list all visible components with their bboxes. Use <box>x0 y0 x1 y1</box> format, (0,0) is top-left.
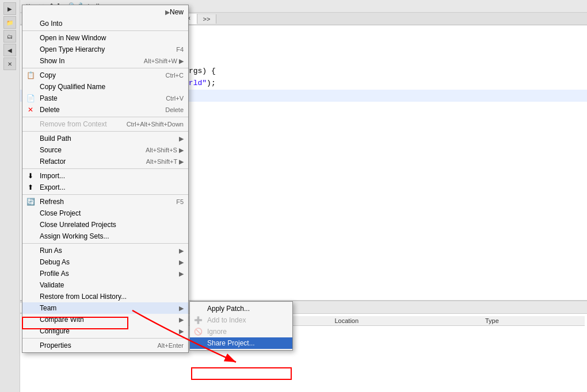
col-location: Location <box>330 316 481 326</box>
separator-6 <box>22 194 188 195</box>
menu-item-delete[interactable]: ✕ Delete Delete <box>22 104 188 116</box>
menu-item-remove-context[interactable]: Remove from Context Ctrl+Alt+Shift+Down <box>22 118 188 130</box>
menu-item-team[interactable]: Team ▶ Apply Patch... ➕ Add to Index 🚫 I… <box>22 302 188 314</box>
sidebar-btn-3[interactable]: 🗂 <box>3 30 16 43</box>
menu-item-go-into[interactable]: Go Into <box>22 18 188 29</box>
menu-item-compare-with[interactable]: Compare With ▶ <box>22 314 188 325</box>
submenu-add-to-index[interactable]: ➕ Add to Index <box>190 314 292 326</box>
menu-item-copy[interactable]: 📋 Copy Ctrl+C <box>22 70 188 81</box>
separator-4 <box>22 131 188 132</box>
menu-item-paste[interactable]: 📄 Paste Ctrl+V <box>22 93 188 104</box>
menu-item-show-in[interactable]: Show In Alt+Shift+W ▶ <box>22 55 188 67</box>
submenu-share-project[interactable]: Share Project... <box>190 337 292 349</box>
menu-item-build-path[interactable]: Build Path ▶ <box>22 133 188 144</box>
separator-5 <box>22 168 188 169</box>
menu-item-open-type-hierarchy[interactable]: Open Type Hierarchy F4 <box>22 44 188 55</box>
menu-item-source[interactable]: Source Alt+Shift+S ▶ <box>22 144 188 156</box>
separator-1 <box>22 30 188 31</box>
sidebar-btn-4[interactable]: ◀ <box>3 44 16 56</box>
separator-8 <box>22 338 188 339</box>
menu-item-configure[interactable]: Configure ▶ <box>22 325 188 337</box>
team-submenu: Apply Patch... ➕ Add to Index 🚫 Ignore S… <box>189 301 293 351</box>
menu-item-refactor[interactable]: Refactor Alt+Shift+T ▶ <box>22 156 188 167</box>
left-sidebar: ▶ 📁 🗂 ◀ ✕ <box>0 0 20 392</box>
sidebar-btn-2[interactable]: 📁 <box>3 16 16 29</box>
menu-item-new[interactable]: ▶ New <box>22 6 188 18</box>
submenu-ignore[interactable]: 🚫 Ignore <box>190 326 292 337</box>
col-type: Type <box>481 316 585 326</box>
menu-item-export[interactable]: ⬆ Export... <box>22 182 188 193</box>
menu-item-properties[interactable]: Properties Alt+Enter <box>22 340 188 351</box>
menu-item-validate[interactable]: Validate <box>22 279 188 291</box>
submenu-apply-patch[interactable]: Apply Patch... <box>190 303 292 314</box>
menu-item-close-unrelated[interactable]: Close Unrelated Projects <box>22 219 188 230</box>
sidebar-btn-5[interactable]: ✕ <box>3 57 16 70</box>
sidebar-btn-1[interactable]: ▶ <box>3 2 16 15</box>
menu-item-debug-as[interactable]: Debug As ▶ <box>22 256 188 268</box>
menu-item-profile-as[interactable]: Profile As ▶ <box>22 268 188 279</box>
separator-3 <box>22 117 188 117</box>
menu-item-run-as[interactable]: Run As ▶ <box>22 245 188 256</box>
menu-item-assign-working-sets[interactable]: Assign Working Sets... <box>22 230 188 242</box>
menu-item-open-new-window[interactable]: Open in New Window <box>22 32 188 44</box>
menu-item-close-project[interactable]: Close Project <box>22 207 188 219</box>
menu-item-copy-qualified[interactable]: Copy Qualified Name <box>22 81 188 93</box>
tab-overflow[interactable]: >> <box>197 14 217 24</box>
menu-item-restore[interactable]: Restore from Local History... <box>22 291 188 302</box>
menu-item-refresh[interactable]: 🔄 Refresh F5 <box>22 196 188 207</box>
menu-item-import[interactable]: ⬇ Import... <box>22 170 188 182</box>
context-menu: ▶ New Go Into Open in New Window Open Ty… <box>22 5 189 353</box>
separator-2 <box>22 68 188 68</box>
separator-7 <box>22 243 188 244</box>
